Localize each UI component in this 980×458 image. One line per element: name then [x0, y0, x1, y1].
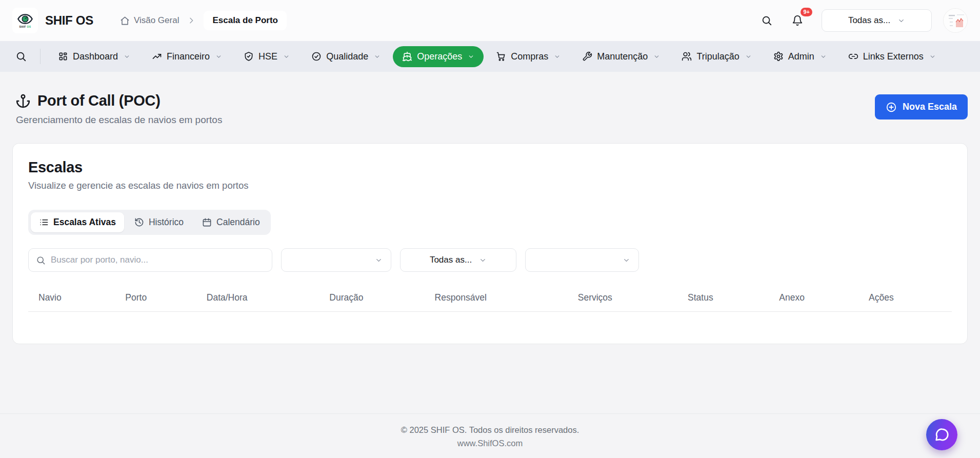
- chat-bubble-icon: [934, 427, 950, 443]
- nav-item-dashboard[interactable]: Dashboard: [49, 46, 139, 67]
- chevron-down-icon: [820, 53, 827, 60]
- nav-item-label: HSE: [258, 51, 277, 62]
- list-icon: [39, 217, 49, 227]
- column-header-porto: Porto: [115, 285, 196, 312]
- nav-item-qualidade[interactable]: Qualidade: [302, 46, 390, 67]
- user-avatar[interactable]: [943, 8, 968, 33]
- escalas-search-input[interactable]: [51, 255, 265, 265]
- nav-item-label: Financeiro: [167, 51, 210, 62]
- breadcrumb-current[interactable]: Escala de Porto: [204, 11, 287, 30]
- column-header-navio: Navio: [28, 285, 115, 312]
- chevron-down-icon: [479, 256, 487, 264]
- nav-item-hse[interactable]: HSE: [234, 46, 299, 67]
- tab-historico[interactable]: Histórico: [126, 212, 192, 232]
- main-content: Port of Call (POC) Gerenciamento de esca…: [0, 72, 980, 413]
- card-title: Escalas: [28, 159, 952, 176]
- nav-item-label: Links Externos: [863, 51, 924, 62]
- nav-item-operacoes[interactable]: Operações: [393, 46, 484, 67]
- search-icon: [761, 15, 772, 26]
- wrench-icon: [582, 51, 592, 62]
- empty-table-body: [28, 312, 952, 328]
- filters-row: Todas as...: [28, 248, 952, 272]
- global-search-button[interactable]: [758, 12, 775, 29]
- escalas-table: Navio Porto Data/Hora Duração Responsáve…: [28, 285, 952, 328]
- trending-up-icon: [152, 51, 162, 62]
- search-icon: [15, 51, 27, 62]
- nav-item-links-externos[interactable]: Links Externos: [839, 46, 945, 67]
- page-footer: © 2025 SHIF OS. Todos os direitos reserv…: [0, 413, 980, 458]
- search-icon: [36, 255, 46, 265]
- tab-label: Escalas Ativas: [53, 217, 116, 228]
- ship-icon: [402, 51, 412, 62]
- breadcrumb-home[interactable]: Visão Geral: [120, 15, 179, 26]
- chevron-down-icon: [215, 53, 222, 60]
- brand-name: SHIF OS: [45, 13, 93, 28]
- nav-item-label: Operações: [417, 51, 462, 62]
- chevron-down-icon: [124, 53, 130, 60]
- filter-select-3[interactable]: [525, 248, 639, 272]
- copyright-text: © 2025 SHIF OS. Todos os direitos reserv…: [0, 425, 980, 435]
- nav-item-label: Tripulação: [696, 51, 739, 62]
- nav-item-compras[interactable]: Compras: [487, 46, 570, 67]
- page-title: Port of Call (POC): [15, 92, 222, 109]
- nav-item-label: Manutenção: [597, 51, 648, 62]
- filter-status-value: Todas as...: [430, 255, 472, 265]
- filter-select-status[interactable]: Todas as...: [400, 248, 516, 272]
- logo-caption: SHIF OS: [19, 25, 31, 28]
- chevron-down-icon: [554, 53, 561, 60]
- chat-fab-button[interactable]: [926, 419, 957, 450]
- breadcrumb: Visão Geral Escala de Porto: [120, 11, 287, 30]
- filter-select-1[interactable]: [281, 248, 391, 272]
- plus-circle-icon: [886, 102, 897, 113]
- nav-search-button[interactable]: [11, 49, 31, 64]
- link-icon: [848, 51, 858, 62]
- website-link[interactable]: www.ShifOS.com: [0, 439, 980, 448]
- chevron-down-icon: [897, 17, 905, 25]
- page-header: Port of Call (POC) Gerenciamento de esca…: [12, 72, 968, 143]
- nav-item-label: Dashboard: [73, 51, 118, 62]
- escalas-search-box: [28, 248, 272, 272]
- column-header-acoes: Ações: [858, 285, 952, 312]
- nav-item-tripulacao[interactable]: Tripulação: [672, 46, 761, 67]
- page-subtitle: Gerenciamento de escalas de navios em po…: [16, 114, 222, 126]
- escalas-tabs: Escalas Ativas Histórico Calendário: [28, 210, 271, 235]
- bell-icon: [792, 15, 803, 26]
- org-filter-value: Todas as...: [848, 15, 890, 26]
- column-header-anexo: Anexo: [769, 285, 858, 312]
- chevron-down-icon: [653, 53, 660, 60]
- column-header-servicos: Serviços: [568, 285, 677, 312]
- tab-escalas-ativas[interactable]: Escalas Ativas: [31, 212, 124, 232]
- nova-escala-button[interactable]: Nova Escala: [875, 94, 968, 120]
- org-filter-select[interactable]: Todas as...: [822, 9, 932, 32]
- column-header-datahora: Data/Hora: [196, 285, 319, 312]
- nav-item-label: Compras: [511, 51, 548, 62]
- eye-logo-icon: [17, 13, 33, 25]
- history-icon: [134, 217, 144, 227]
- chevron-down-icon: [745, 53, 752, 60]
- brand-logo[interactable]: SHIF OS: [12, 8, 38, 33]
- anchor-icon: [15, 93, 31, 109]
- gear-icon: [773, 51, 784, 62]
- nav-divider: [40, 49, 41, 64]
- top-header: SHIF OS SHIF OS Visão Geral Escala de Po…: [0, 0, 980, 41]
- nav-item-admin[interactable]: Admin: [764, 46, 836, 67]
- tab-calendario[interactable]: Calendário: [194, 212, 268, 232]
- notifications-count-badge: 9+: [801, 8, 812, 16]
- nav-item-financeiro[interactable]: Financeiro: [143, 46, 231, 67]
- chevron-down-icon: [374, 53, 381, 60]
- home-icon: [120, 16, 130, 26]
- breadcrumb-home-label: Visão Geral: [134, 15, 179, 26]
- tab-label: Histórico: [149, 217, 184, 228]
- chevron-right-icon: [187, 16, 195, 25]
- nav-item-label: Qualidade: [326, 51, 368, 62]
- tab-label: Calendário: [216, 217, 260, 228]
- chevron-down-icon: [623, 256, 630, 264]
- nav-item-manutencao[interactable]: Manutenção: [573, 46, 669, 67]
- check-circle-icon: [311, 51, 322, 62]
- nav-item-label: Admin: [788, 51, 814, 62]
- table-header-row: Navio Porto Data/Hora Duração Responsáve…: [28, 285, 952, 312]
- dashboard-grid-icon: [58, 51, 68, 62]
- card-subtitle: Visualize e gerencie as escalas de navio…: [28, 180, 952, 191]
- chevron-down-icon: [468, 53, 474, 60]
- shield-check-icon: [244, 51, 254, 62]
